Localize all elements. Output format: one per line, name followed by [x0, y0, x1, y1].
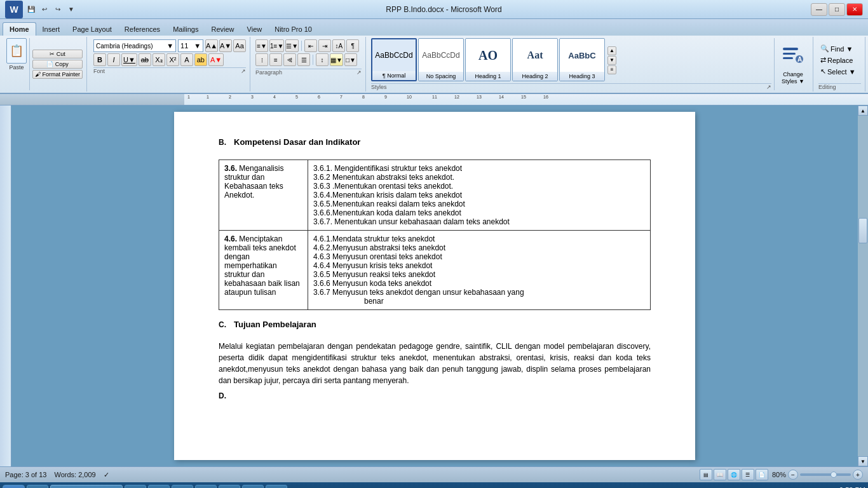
- taskbar-firefox-button[interactable]: 🦊: [125, 485, 146, 489]
- zoom-control[interactable]: 80% − +: [772, 470, 863, 480]
- taskbar-chrome-button[interactable]: 🌐: [242, 485, 264, 489]
- change-styles-button[interactable]: A ChangeStyles ▼: [774, 38, 809, 90]
- decrease-indent-button[interactable]: ⇤: [304, 39, 317, 52]
- maximize-button[interactable]: □: [829, 3, 845, 16]
- text-effect-button[interactable]: A: [180, 53, 193, 66]
- scroll-down-button[interactable]: ▼: [858, 456, 868, 466]
- border-button[interactable]: □▼: [344, 53, 357, 66]
- increase-font-button[interactable]: A▲: [205, 39, 218, 52]
- increase-indent-button[interactable]: ⇥: [318, 39, 331, 52]
- start-button[interactable]: ⊞: [3, 485, 25, 489]
- font-size-selector[interactable]: 11 ▼: [178, 39, 203, 52]
- tab-view[interactable]: View: [241, 23, 269, 36]
- styles-dialog-button[interactable]: ↗: [766, 84, 771, 90]
- align-center-button[interactable]: ≡: [269, 53, 282, 66]
- paste-button[interactable]: 📋: [6, 38, 27, 64]
- style-normal[interactable]: AaBbCcDd ¶ Normal: [371, 38, 417, 81]
- taskbar-presentation-button[interactable]: 📊: [148, 485, 170, 489]
- shading-button[interactable]: ▦▼: [330, 53, 343, 66]
- tab-references[interactable]: References: [118, 23, 166, 36]
- taskbar-app-button[interactable]: 📷: [266, 485, 287, 489]
- draft-button[interactable]: 📄: [756, 469, 768, 480]
- align-right-button[interactable]: ⫷: [283, 53, 296, 66]
- superscript-button[interactable]: X²: [166, 53, 179, 66]
- bold-button[interactable]: B: [93, 53, 106, 66]
- spell-check-icon[interactable]: ✓: [104, 471, 109, 479]
- justify-button[interactable]: ☰: [297, 53, 310, 66]
- vertical-scrollbar[interactable]: ▲ ▼: [858, 105, 868, 466]
- full-reading-button[interactable]: 📖: [714, 469, 726, 480]
- taskbar-folder2-button[interactable]: 📁: [195, 485, 217, 489]
- align-left-button[interactable]: ⫶: [255, 53, 268, 66]
- taskbar-calculator-button[interactable]: 🔢: [219, 485, 240, 489]
- replace-button[interactable]: ⇄ Replace: [818, 55, 861, 65]
- multilevel-list-button[interactable]: ☰▼: [285, 39, 299, 52]
- scroll-track[interactable]: [858, 116, 868, 456]
- cut-button[interactable]: ✂ Cut: [32, 50, 83, 58]
- select-button[interactable]: ↖ Select ▼: [818, 67, 861, 76]
- decrease-font-button[interactable]: A▼: [219, 39, 232, 52]
- subscript-button[interactable]: X₂: [153, 53, 165, 66]
- underline-button[interactable]: U▼: [121, 53, 137, 66]
- web-layout-button[interactable]: 🌐: [728, 469, 740, 480]
- strikethrough-button[interactable]: ab: [139, 53, 151, 66]
- styles-scroll-down[interactable]: ▼: [607, 56, 616, 65]
- copy-button[interactable]: 📄 Copy: [32, 60, 83, 69]
- tab-insert[interactable]: Insert: [36, 23, 67, 36]
- system-tray: ⌨ 📶 🔊 IND 9:58 PM 8/3/2017: [783, 486, 865, 489]
- zoom-in-button[interactable]: +: [853, 470, 863, 480]
- word-count: Words: 2,009: [54, 471, 95, 478]
- style-heading-3[interactable]: AaBbC Heading 3: [559, 38, 605, 81]
- ribbon-content: 📋 Paste ✂ Cut 📄 Copy 🖌 Format Painter Cl…: [0, 36, 868, 93]
- print-layout-button[interactable]: ▤: [700, 469, 712, 480]
- taskbar-word-button[interactable]: W RPP B.Indo.docx: [50, 485, 123, 489]
- minimize-button[interactable]: —: [811, 3, 827, 16]
- font-name-selector[interactable]: Cambria (Headings) ▼: [93, 39, 176, 52]
- outline-button[interactable]: ☰: [742, 469, 754, 480]
- section-c-title: Tujuan Pembelajaran: [234, 320, 316, 329]
- zoom-out-button[interactable]: −: [788, 470, 798, 480]
- taskbar-excel-button[interactable]: 📗: [172, 485, 193, 489]
- line-spacing-button[interactable]: ↕: [316, 53, 329, 66]
- tab-nitro[interactable]: Nitro Pro 10: [268, 23, 318, 36]
- styles-scroll-up[interactable]: ▲: [607, 46, 616, 55]
- italic-button[interactable]: I: [107, 53, 120, 66]
- window-title: RPP B.Indo.docx - Microsoft Word: [77, 5, 811, 14]
- ruler-left-section: [0, 94, 184, 105]
- format-painter-button[interactable]: 🖌 Format Painter: [32, 70, 83, 79]
- tab-home[interactable]: Home: [3, 22, 36, 36]
- bullet-list-button[interactable]: ≡▼: [255, 39, 268, 52]
- find-button[interactable]: 🔍 Find ▼: [818, 44, 861, 53]
- clear-format-button[interactable]: Aa: [233, 39, 246, 52]
- tab-mailings[interactable]: Mailings: [166, 23, 205, 36]
- document-page: B. Kompetensi Dasar dan Indikator 3.6. M…: [174, 112, 695, 460]
- document-scroll[interactable]: B. Kompetensi Dasar dan Indikator 3.6. M…: [11, 105, 858, 466]
- tab-page-layout[interactable]: Page Layout: [66, 23, 118, 36]
- save-button[interactable]: 💾: [25, 4, 37, 15]
- scroll-up-button[interactable]: ▲: [858, 105, 868, 116]
- redo-button[interactable]: ↪: [52, 4, 64, 15]
- numbered-list-button[interactable]: 1≡▼: [269, 39, 284, 52]
- scroll-thumb[interactable]: [858, 218, 867, 243]
- tab-review[interactable]: Review: [205, 23, 240, 36]
- taskbar-files-button[interactable]: 📁: [27, 485, 48, 489]
- section-b-title: Kompetensi Dasar dan Indikator: [234, 137, 360, 147]
- font-size-buttons: A▲ A▼ Aa: [205, 39, 246, 52]
- taskbar: ⊞ 📁 W RPP B.Indo.docx 🦊 📊 📗 📁 🔢 🌐 📷 ⌨ 📶 …: [0, 482, 868, 488]
- style-heading-1[interactable]: AO Heading 1: [465, 38, 511, 81]
- style-heading-2[interactable]: Aat Heading 2: [512, 38, 558, 81]
- paragraph-dialog-button[interactable]: ↗: [356, 69, 362, 76]
- zoom-thumb[interactable]: [831, 471, 837, 478]
- sort-button[interactable]: ↕A: [332, 39, 345, 52]
- show-formatting-button[interactable]: ¶: [346, 39, 359, 52]
- style-no-spacing[interactable]: AaBbCcDd No Spacing: [418, 38, 464, 81]
- zoom-track[interactable]: [800, 473, 851, 476]
- highlight-button[interactable]: ab: [194, 53, 207, 66]
- styles-more[interactable]: ≡: [607, 65, 616, 74]
- customize-button[interactable]: ▼: [65, 4, 77, 15]
- font-dialog-button[interactable]: ↗: [241, 68, 246, 74]
- undo-button[interactable]: ↩: [39, 4, 50, 15]
- word-logo: W: [5, 1, 23, 18]
- font-color-button[interactable]: A▼: [208, 53, 224, 66]
- close-button[interactable]: ✕: [846, 3, 863, 16]
